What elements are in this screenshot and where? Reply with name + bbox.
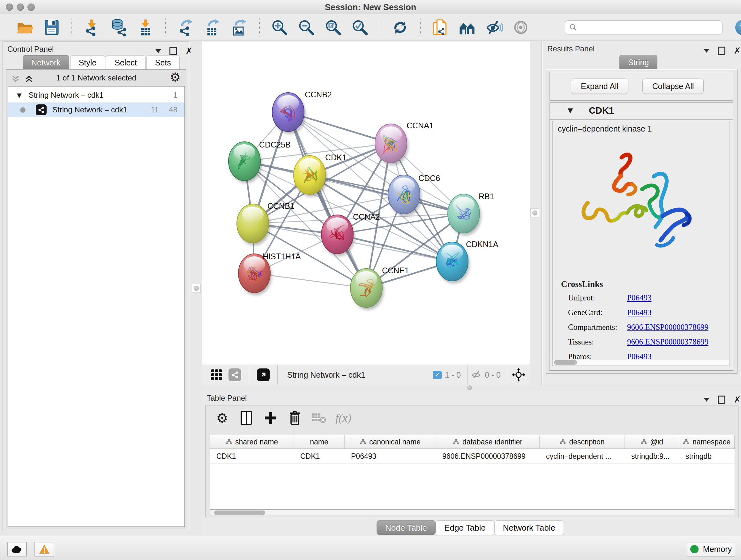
grid-view-icon[interactable]	[211, 369, 223, 381]
delete-table-icon[interactable]	[311, 409, 328, 427]
control-panel: Control Panel ✗ NetworkStyleSelectSets 1…	[3, 42, 189, 531]
table-panel-close-icon[interactable]: ✗	[734, 396, 741, 403]
tab-string[interactable]: String	[619, 55, 657, 69]
right-splitter[interactable]	[542, 42, 542, 385]
table-row[interactable]: CDK1CDK1P064939606.ENSP00000378699cyclin…	[210, 449, 735, 463]
collapse-all-button[interactable]: Collapse All	[643, 78, 704, 94]
crosslink-link[interactable]: 9606.ENSP00000378699	[627, 323, 709, 332]
crosslink-link[interactable]: 9606.ENSP00000378699	[627, 337, 709, 347]
table-cell[interactable]: CDK1	[210, 449, 294, 463]
open-session-icon[interactable]	[16, 18, 34, 37]
export-table-icon[interactable]	[203, 18, 222, 37]
results-hscrollbar[interactable]	[553, 360, 729, 365]
control-panel-menu-icon[interactable]	[155, 49, 161, 53]
column-header-name[interactable]: name	[294, 435, 345, 449]
zoom-fit-content-icon[interactable]	[324, 18, 342, 37]
column-header-namespace[interactable]: namespace	[679, 435, 735, 449]
tab-network[interactable]: Network	[23, 55, 69, 70]
network-label: String Network – cdk1	[52, 105, 127, 114]
import-network-file-icon[interactable]	[83, 18, 101, 37]
zoom-out-icon[interactable]	[297, 18, 316, 37]
network-collection-row[interactable]: ▼ String Network – cdk1 1	[8, 88, 185, 103]
memory-button[interactable]: Memory	[687, 542, 735, 557]
table-cell[interactable]: P06493	[345, 449, 436, 463]
tree-expand-icon[interactable]: ▼	[17, 91, 22, 99]
network-row[interactable]: String Network – cdk1 11 48	[8, 103, 185, 117]
memory-label: Memory	[703, 545, 732, 554]
expand-all-button[interactable]: Expand All	[571, 78, 628, 94]
show-columns-icon[interactable]	[238, 409, 255, 427]
selected-checkbox-icon[interactable]: ✓	[433, 371, 442, 379]
hide-selected-eye-icon[interactable]	[485, 18, 503, 37]
column-header-canonical-name[interactable]: canonical name	[345, 435, 436, 449]
search-input[interactable]	[577, 23, 713, 32]
crosslink-link[interactable]: P06493	[627, 308, 651, 317]
column-header-shared-name[interactable]: shared name	[210, 435, 294, 449]
save-session-icon[interactable]	[43, 18, 61, 37]
table-panel-menu-icon[interactable]	[704, 398, 710, 401]
table-panel-float-icon[interactable]	[718, 395, 725, 404]
network-options-gear-icon[interactable]: ⚙	[170, 70, 181, 84]
tab-style[interactable]: Style	[70, 55, 105, 70]
node-label-CDC6: CDC6	[418, 174, 440, 183]
birdseye-view-icon[interactable]	[257, 368, 270, 381]
collapse-entry-icon[interactable]: ▼	[568, 107, 573, 114]
tab-node-table[interactable]: Node Table	[377, 520, 435, 535]
crosshair-pan-icon[interactable]	[512, 368, 525, 381]
column-header-@id[interactable]: @id	[625, 435, 679, 449]
column-header-database-identifier[interactable]: database identifier	[436, 435, 540, 449]
table-cell[interactable]: cyclin–dependent ...	[540, 449, 625, 463]
add-column-icon[interactable]	[262, 409, 279, 427]
results-panel-float-icon[interactable]	[718, 47, 725, 55]
edge-count: 48	[169, 105, 178, 114]
results-panel-close-icon[interactable]: ✗	[734, 48, 741, 54]
table-cell[interactable]: stringdb:9...	[625, 449, 679, 463]
results-panel-menu-icon[interactable]	[704, 49, 710, 53]
string-home-icon[interactable]	[458, 18, 476, 37]
export-image-icon[interactable]	[230, 18, 249, 37]
export-network-icon[interactable]	[177, 18, 195, 37]
zoom-selected-icon[interactable]	[351, 18, 369, 37]
table-hscrollbar-thumb[interactable]	[214, 510, 265, 515]
show-all-eye-icon[interactable]	[512, 18, 530, 37]
tab-edge-table[interactable]: Edge Table	[435, 520, 494, 535]
crosslink-label: Compartments:	[568, 323, 627, 332]
import-network-database-icon[interactable]	[110, 18, 128, 37]
tab-select[interactable]: Select	[106, 55, 145, 70]
table-hscrollbar[interactable]	[210, 510, 734, 515]
warning-button[interactable]	[35, 542, 54, 557]
results-hscrollbar-thumb[interactable]	[554, 360, 577, 365]
table-cell[interactable]: 9606.ENSP00000378699	[436, 449, 540, 463]
control-panel-close-icon[interactable]: ✗	[185, 48, 193, 54]
results-panel: Results Panel ✗ String Expand All Collap…	[543, 42, 741, 385]
node-label-CDKN1A: CDKN1A	[466, 240, 498, 249]
tab-sets[interactable]: Sets	[146, 55, 180, 70]
network-edge-CCNB2-CCNE1[interactable]	[288, 112, 366, 288]
hidden-counts: 0 - 0	[485, 370, 501, 380]
table-panel-title: Table Panel	[207, 394, 247, 402]
main-toolbar: ?	[0, 14, 741, 41]
table-options-gear-icon[interactable]: ⚙	[213, 409, 231, 427]
network-canvas[interactable]: CCNB2CCNA1CDC25BCDK1CDC6RB1CCNB1CCNA2CDK…	[202, 42, 530, 365]
node-count: 11	[151, 105, 158, 114]
right-splitter-handle[interactable]	[530, 208, 539, 217]
search-field[interactable]	[565, 20, 723, 35]
refresh-view-icon[interactable]	[391, 18, 409, 37]
left-splitter-handle[interactable]	[192, 284, 201, 293]
table-cell[interactable]: CDK1	[294, 449, 345, 463]
table-cell[interactable]: stringdb	[679, 449, 735, 463]
tab-network-table[interactable]: Network Table	[494, 520, 564, 535]
zoom-in-icon[interactable]	[270, 18, 289, 37]
delete-column-trash-icon[interactable]	[286, 409, 304, 427]
help-icon[interactable]: ?	[735, 20, 741, 35]
import-table-file-icon[interactable]	[136, 18, 155, 37]
horizontal-splitter-handle[interactable]	[467, 385, 472, 390]
crosslink-link[interactable]: P06493	[627, 294, 651, 302]
clone-network-icon[interactable]	[431, 18, 450, 37]
share-view-icon[interactable]	[228, 368, 241, 381]
column-header-description[interactable]: description	[540, 435, 625, 449]
control-panel-float-icon[interactable]	[170, 47, 177, 55]
memory-status-icon	[690, 545, 698, 553]
cloud-button[interactable]	[7, 542, 27, 557]
function-builder-icon[interactable]: f(x)	[335, 409, 352, 427]
